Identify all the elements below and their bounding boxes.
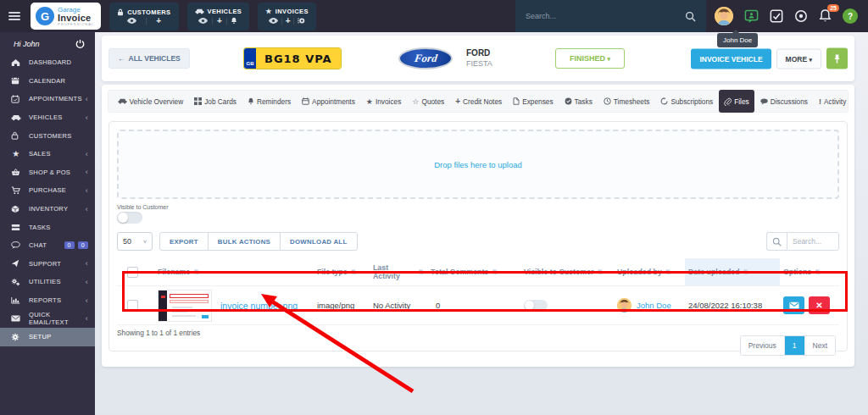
invoice-vehicle-button[interactable]: INVOICE VEHICLE bbox=[691, 48, 771, 69]
tab-expenses[interactable]: Expenses bbox=[508, 90, 559, 113]
email-file-button[interactable] bbox=[783, 296, 804, 314]
sidebar-item-dashboard[interactable]: DASHBOARD bbox=[0, 53, 95, 72]
page-size-select[interactable]: 50 ˅ bbox=[117, 232, 153, 251]
delete-file-button[interactable]: ✕ bbox=[809, 296, 830, 314]
sidebar-item-quick-email-text[interactable]: QUICK EMAIL/TEXT ‹ bbox=[0, 309, 95, 328]
export-button[interactable]: EXPORT bbox=[159, 232, 209, 251]
sidebar-item-vehicles[interactable]: VEHICLES ‹ bbox=[0, 108, 95, 127]
car-icon bbox=[11, 114, 21, 121]
column-header-visible-to-customer[interactable]: Visible to Customer⇅ bbox=[520, 263, 614, 281]
file-thumbnail[interactable] bbox=[158, 290, 212, 322]
download-all-button[interactable]: DOWNLOAD ALL bbox=[280, 232, 357, 251]
chevron-icon: ‹ bbox=[86, 314, 88, 323]
search-icon[interactable] bbox=[685, 11, 696, 22]
tab-activity[interactable]: ! Activity bbox=[814, 90, 852, 113]
clock-icon bbox=[604, 97, 611, 105]
table-row: invoice number.png image/png No Activity… bbox=[117, 286, 839, 325]
chat-icon bbox=[11, 241, 21, 249]
select-all-checkbox[interactable] bbox=[127, 267, 138, 278]
all-vehicles-button[interactable]: ← ALL VEHICLES bbox=[108, 48, 190, 69]
sidebar-item-inventory[interactable]: INVENTORY ‹ bbox=[0, 200, 95, 219]
quick-nav-vehicles[interactable]: VEHICLES + bbox=[187, 3, 250, 30]
sidebar-item-reports[interactable]: REPORTS ‹ bbox=[0, 291, 95, 310]
calendar-check-icon bbox=[11, 95, 21, 103]
total-comments-cell: 0 bbox=[427, 301, 520, 310]
pagination-page-1[interactable]: 1 bbox=[784, 336, 804, 355]
chat-badge-1: 0 bbox=[64, 241, 75, 249]
bulk-actions-button[interactable]: BULK ACTIONS bbox=[208, 232, 281, 251]
sidebar-item-sales[interactable]: ★ SALES ‹ bbox=[0, 145, 95, 163]
visible-to-customer-toggle[interactable] bbox=[117, 212, 142, 224]
sidebar: Hi John DASHBOARD CALENDAR APPOINTMENTS … bbox=[0, 32, 95, 415]
column-header-total-comments[interactable]: Total Comments⇅ bbox=[427, 263, 520, 281]
hamburger-menu-icon[interactable] bbox=[8, 10, 20, 22]
tab-appointments[interactable]: Appointments bbox=[297, 90, 361, 113]
sidebar-item-setup[interactable]: SETUP bbox=[0, 328, 95, 346]
tab-files[interactable]: Files bbox=[719, 90, 755, 113]
sidebar-item-chat[interactable]: CHAT 0 0 bbox=[0, 236, 95, 255]
eye-icon[interactable] bbox=[198, 18, 208, 24]
sidebar-item-calendar[interactable]: CALENDAR bbox=[0, 72, 95, 91]
sort-icon: ⇅ bbox=[743, 268, 749, 276]
tasks-check-icon[interactable] bbox=[770, 9, 783, 23]
user-avatar[interactable] bbox=[715, 7, 733, 25]
eye-icon[interactable] bbox=[269, 18, 278, 24]
column-header-file-type[interactable]: File type⇅ bbox=[314, 263, 370, 281]
top-bar: G Garage Invoice PROFESSIONAL CUSTOMERS … bbox=[0, 0, 868, 32]
wheel-icon[interactable] bbox=[298, 17, 305, 25]
tab-subscriptions[interactable]: Subscriptions bbox=[655, 90, 719, 113]
back-arrow-icon: ← bbox=[118, 54, 125, 63]
plus-icon[interactable]: + bbox=[286, 18, 291, 25]
sidebar-item-customers[interactable]: CUSTOMERS bbox=[0, 126, 95, 145]
pagination-next[interactable]: Next bbox=[804, 336, 835, 355]
plus-icon[interactable]: + bbox=[217, 18, 222, 25]
tab-reminders[interactable]: Reminders bbox=[242, 90, 296, 113]
tab-credit-notes[interactable]: + Credit Notes bbox=[450, 90, 508, 113]
more-dropdown-button[interactable]: MORE ▾ bbox=[776, 48, 821, 69]
quick-nav-customers[interactable]: CUSTOMERS + bbox=[109, 3, 178, 30]
tab-invoices[interactable]: ★ Invoices bbox=[360, 90, 407, 113]
quick-nav-invoices[interactable]: ★ INVOICES + bbox=[258, 3, 316, 30]
table-header-row: Filename⇅ File type⇅ Last Activity⇅ Tota… bbox=[117, 258, 839, 286]
tab-tasks[interactable]: Tasks bbox=[559, 90, 598, 113]
column-header-date-uploaded[interactable]: Date uploaded⇅ bbox=[685, 258, 780, 285]
sidebar-item-support[interactable]: SUPPORT ‹ bbox=[0, 255, 95, 274]
eye-icon[interactable] bbox=[127, 18, 136, 24]
pagination-previous[interactable]: Previous bbox=[741, 336, 784, 355]
app-logo[interactable]: G Garage Invoice PROFESSIONAL bbox=[31, 3, 101, 30]
tab-job-cards[interactable]: Job Cards bbox=[189, 90, 242, 113]
global-search bbox=[515, 0, 706, 32]
tab-timesheets[interactable]: Timesheets bbox=[598, 90, 655, 113]
status-dropdown-button[interactable]: FINISHED ▾ bbox=[555, 48, 625, 69]
table-search-input[interactable] bbox=[787, 232, 839, 251]
calendar-icon bbox=[11, 76, 21, 85]
sidebar-item-tasks[interactable]: TASKS bbox=[0, 218, 95, 236]
sidebar-item-appointments[interactable]: APPOINTMENTS ‹ bbox=[0, 90, 95, 108]
tab-vehicle-overview[interactable]: Vehicle Overview bbox=[112, 90, 189, 113]
file-dropzone[interactable]: Drop files here to upload bbox=[117, 130, 839, 199]
sort-icon: ⇅ bbox=[597, 268, 603, 276]
column-header-filename[interactable]: Filename⇅ bbox=[154, 263, 314, 281]
feedback-icon[interactable] bbox=[744, 9, 759, 24]
tab-discussions[interactable]: Discussions bbox=[754, 90, 813, 113]
uploader-link[interactable]: John Doe bbox=[637, 301, 671, 310]
column-header-last-activity[interactable]: Last Activity⇅ bbox=[370, 258, 427, 285]
target-icon[interactable] bbox=[794, 9, 808, 23]
tab-quotes[interactable]: ☆ Quotes bbox=[407, 90, 450, 113]
plus-icon[interactable]: + bbox=[156, 18, 161, 25]
row-checkbox[interactable] bbox=[127, 300, 138, 311]
notifications-bell-icon[interactable]: 25 bbox=[819, 9, 832, 23]
file-link[interactable]: invoice number.png bbox=[220, 301, 298, 311]
power-icon[interactable] bbox=[75, 39, 85, 48]
pin-button[interactable] bbox=[826, 48, 848, 69]
sidebar-item-purchase[interactable]: PURCHASE ‹ bbox=[0, 181, 95, 200]
bell-icon[interactable] bbox=[231, 17, 237, 25]
global-search-input[interactable] bbox=[526, 12, 685, 20]
row-visible-toggle[interactable] bbox=[524, 300, 548, 311]
column-header-uploaded-by[interactable]: Uploaded by⇅ bbox=[614, 263, 685, 281]
help-icon[interactable]: ? bbox=[843, 8, 858, 24]
sidebar-item-utilities[interactable]: UTILITIES ‹ bbox=[0, 273, 95, 291]
column-header-options[interactable]: Options⇅ bbox=[780, 263, 839, 281]
plus-icon: + bbox=[455, 97, 460, 106]
sidebar-item-shop-pos[interactable]: SHOP & POS ‹ bbox=[0, 163, 95, 182]
